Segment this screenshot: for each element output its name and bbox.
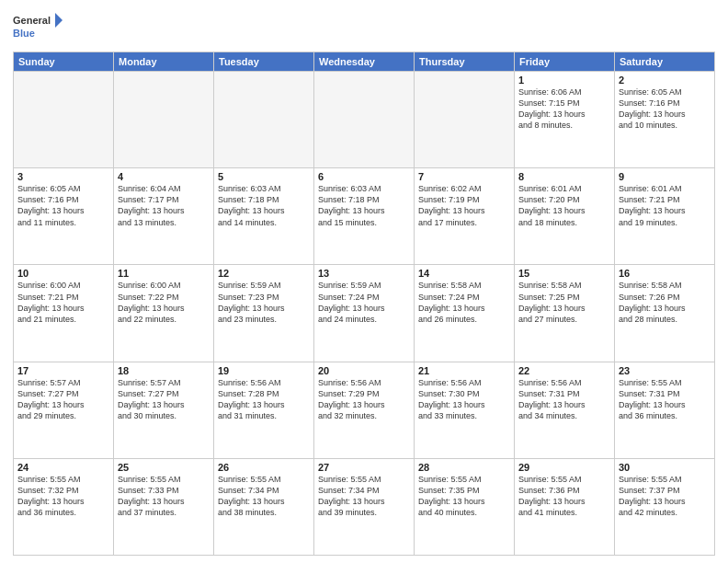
logo-svg: General Blue <box>13 9 63 46</box>
calendar-week-row: 1Sunrise: 6:06 AM Sunset: 7:15 PM Daylig… <box>14 72 715 168</box>
day-number: 24 <box>17 462 109 473</box>
weekday-header-cell: Thursday <box>415 52 515 72</box>
day-number: 3 <box>17 171 109 182</box>
day-number: 11 <box>118 268 210 279</box>
calendar-week-row: 3Sunrise: 6:05 AM Sunset: 7:16 PM Daylig… <box>14 168 715 265</box>
day-info: Sunrise: 5:55 AM Sunset: 7:37 PM Dayligh… <box>619 474 711 519</box>
day-info: Sunrise: 5:56 AM Sunset: 7:29 PM Dayligh… <box>318 377 410 422</box>
day-number: 15 <box>518 268 610 279</box>
logo: General Blue <box>13 9 63 46</box>
day-info: Sunrise: 5:58 AM Sunset: 7:25 PM Dayligh… <box>518 280 610 325</box>
day-info: Sunrise: 5:57 AM Sunset: 7:27 PM Dayligh… <box>118 377 210 422</box>
calendar-week-row: 24Sunrise: 5:55 AM Sunset: 7:32 PM Dayli… <box>14 458 715 555</box>
day-number: 17 <box>17 365 109 376</box>
day-info: Sunrise: 5:55 AM Sunset: 7:32 PM Dayligh… <box>17 474 109 519</box>
day-number: 7 <box>418 171 510 182</box>
weekday-header-cell: Friday <box>515 52 615 72</box>
calendar-day-cell: 12Sunrise: 5:59 AM Sunset: 7:23 PM Dayli… <box>214 265 314 362</box>
day-info: Sunrise: 5:55 AM Sunset: 7:34 PM Dayligh… <box>318 474 410 519</box>
day-number: 10 <box>17 268 109 279</box>
calendar-day-cell: 27Sunrise: 5:55 AM Sunset: 7:34 PM Dayli… <box>314 458 415 555</box>
day-info: Sunrise: 6:00 AM Sunset: 7:21 PM Dayligh… <box>17 280 109 325</box>
calendar-day-cell: 8Sunrise: 6:01 AM Sunset: 7:20 PM Daylig… <box>515 168 615 265</box>
calendar-day-cell: 24Sunrise: 5:55 AM Sunset: 7:32 PM Dayli… <box>14 458 114 555</box>
day-number: 19 <box>218 365 310 376</box>
day-number: 25 <box>118 462 210 473</box>
calendar-day-cell: 30Sunrise: 5:55 AM Sunset: 7:37 PM Dayli… <box>615 458 715 555</box>
calendar-day-cell: 13Sunrise: 5:59 AM Sunset: 7:24 PM Dayli… <box>314 265 415 362</box>
calendar-week-row: 10Sunrise: 6:00 AM Sunset: 7:21 PM Dayli… <box>14 265 715 362</box>
calendar-table: SundayMondayTuesdayWednesdayThursdayFrid… <box>13 52 715 556</box>
calendar-day-cell: 25Sunrise: 5:55 AM Sunset: 7:33 PM Dayli… <box>114 458 214 555</box>
calendar-day-cell: 1Sunrise: 6:06 AM Sunset: 7:15 PM Daylig… <box>515 72 615 168</box>
day-info: Sunrise: 5:59 AM Sunset: 7:23 PM Dayligh… <box>218 280 310 325</box>
day-number: 4 <box>118 171 210 182</box>
day-info: Sunrise: 5:58 AM Sunset: 7:26 PM Dayligh… <box>619 280 711 325</box>
day-info: Sunrise: 6:03 AM Sunset: 7:18 PM Dayligh… <box>218 183 310 228</box>
calendar-day-cell: 22Sunrise: 5:56 AM Sunset: 7:31 PM Dayli… <box>515 362 615 458</box>
day-info: Sunrise: 5:55 AM Sunset: 7:31 PM Dayligh… <box>619 377 711 422</box>
day-info: Sunrise: 6:01 AM Sunset: 7:21 PM Dayligh… <box>619 183 711 228</box>
day-number: 29 <box>518 462 610 473</box>
calendar-day-cell: 14Sunrise: 5:58 AM Sunset: 7:24 PM Dayli… <box>415 265 515 362</box>
day-info: Sunrise: 6:00 AM Sunset: 7:22 PM Dayligh… <box>118 280 210 325</box>
day-number: 30 <box>619 462 711 473</box>
calendar-day-cell: 15Sunrise: 5:58 AM Sunset: 7:25 PM Dayli… <box>515 265 615 362</box>
day-number: 8 <box>518 171 610 182</box>
day-info: Sunrise: 6:01 AM Sunset: 7:20 PM Dayligh… <box>518 183 610 228</box>
day-number: 1 <box>518 75 610 86</box>
svg-text:Blue: Blue <box>13 28 35 39</box>
day-info: Sunrise: 5:55 AM Sunset: 7:35 PM Dayligh… <box>418 474 510 519</box>
calendar-day-cell: 17Sunrise: 5:57 AM Sunset: 7:27 PM Dayli… <box>14 362 114 458</box>
calendar-day-cell: 2Sunrise: 6:05 AM Sunset: 7:16 PM Daylig… <box>615 72 715 168</box>
day-number: 28 <box>418 462 510 473</box>
calendar-day-cell: 19Sunrise: 5:56 AM Sunset: 7:28 PM Dayli… <box>214 362 314 458</box>
calendar-day-cell <box>314 72 415 168</box>
calendar-day-cell: 11Sunrise: 6:00 AM Sunset: 7:22 PM Dayli… <box>114 265 214 362</box>
day-number: 20 <box>318 365 410 376</box>
weekday-header-cell: Sunday <box>14 52 114 72</box>
day-info: Sunrise: 5:55 AM Sunset: 7:33 PM Dayligh… <box>118 474 210 519</box>
day-info: Sunrise: 5:57 AM Sunset: 7:27 PM Dayligh… <box>17 377 109 422</box>
day-number: 5 <box>218 171 310 182</box>
calendar-day-cell: 23Sunrise: 5:55 AM Sunset: 7:31 PM Dayli… <box>615 362 715 458</box>
day-number: 12 <box>218 268 310 279</box>
calendar-day-cell: 16Sunrise: 5:58 AM Sunset: 7:26 PM Dayli… <box>615 265 715 362</box>
day-number: 9 <box>619 171 711 182</box>
calendar-day-cell <box>415 72 515 168</box>
calendar-day-cell: 28Sunrise: 5:55 AM Sunset: 7:35 PM Dayli… <box>415 458 515 555</box>
day-number: 23 <box>619 365 711 376</box>
day-info: Sunrise: 6:05 AM Sunset: 7:16 PM Dayligh… <box>17 183 109 228</box>
svg-marker-2 <box>55 13 63 28</box>
weekday-header-cell: Tuesday <box>214 52 314 72</box>
day-number: 18 <box>118 365 210 376</box>
weekday-header-row: SundayMondayTuesdayWednesdayThursdayFrid… <box>14 52 715 72</box>
day-info: Sunrise: 6:06 AM Sunset: 7:15 PM Dayligh… <box>518 86 610 132</box>
calendar-week-row: 17Sunrise: 5:57 AM Sunset: 7:27 PM Dayli… <box>14 362 715 458</box>
calendar-day-cell: 20Sunrise: 5:56 AM Sunset: 7:29 PM Dayli… <box>314 362 415 458</box>
day-number: 13 <box>318 268 410 279</box>
svg-text:General: General <box>13 15 51 26</box>
day-info: Sunrise: 5:56 AM Sunset: 7:30 PM Dayligh… <box>418 377 510 422</box>
day-info: Sunrise: 5:55 AM Sunset: 7:36 PM Dayligh… <box>518 474 610 519</box>
day-info: Sunrise: 5:56 AM Sunset: 7:28 PM Dayligh… <box>218 377 310 422</box>
calendar-day-cell: 4Sunrise: 6:04 AM Sunset: 7:17 PM Daylig… <box>114 168 214 265</box>
calendar-day-cell: 26Sunrise: 5:55 AM Sunset: 7:34 PM Dayli… <box>214 458 314 555</box>
day-info: Sunrise: 6:05 AM Sunset: 7:16 PM Dayligh… <box>619 86 711 132</box>
day-info: Sunrise: 6:03 AM Sunset: 7:18 PM Dayligh… <box>318 183 410 228</box>
calendar-day-cell: 7Sunrise: 6:02 AM Sunset: 7:19 PM Daylig… <box>415 168 515 265</box>
calendar-day-cell <box>14 72 114 168</box>
day-number: 27 <box>318 462 410 473</box>
calendar-day-cell: 21Sunrise: 5:56 AM Sunset: 7:30 PM Dayli… <box>415 362 515 458</box>
calendar-day-cell: 9Sunrise: 6:01 AM Sunset: 7:21 PM Daylig… <box>615 168 715 265</box>
weekday-header-cell: Saturday <box>615 52 715 72</box>
day-number: 6 <box>318 171 410 182</box>
calendar-day-cell <box>214 72 314 168</box>
day-info: Sunrise: 5:58 AM Sunset: 7:24 PM Dayligh… <box>418 280 510 325</box>
page: General Blue SundayMondayTuesdayWednesda… <box>0 0 728 563</box>
day-info: Sunrise: 6:04 AM Sunset: 7:17 PM Dayligh… <box>118 183 210 228</box>
calendar-day-cell: 18Sunrise: 5:57 AM Sunset: 7:27 PM Dayli… <box>114 362 214 458</box>
header: General Blue <box>13 9 715 46</box>
calendar-day-cell: 5Sunrise: 6:03 AM Sunset: 7:18 PM Daylig… <box>214 168 314 265</box>
day-number: 14 <box>418 268 510 279</box>
